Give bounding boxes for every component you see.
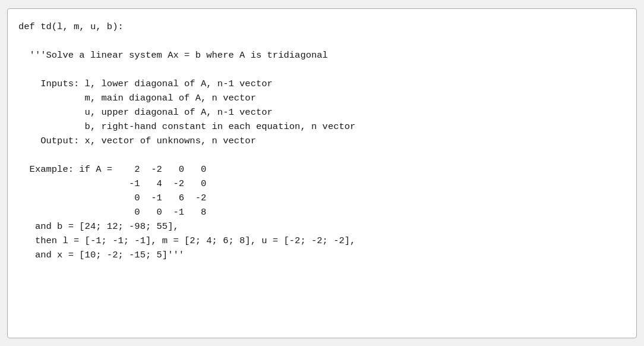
code-container: def td(l, m, u, b): '''Solve a linear sy… — [7, 8, 637, 338]
code-block: def td(l, m, u, b): '''Solve a linear sy… — [18, 20, 622, 262]
